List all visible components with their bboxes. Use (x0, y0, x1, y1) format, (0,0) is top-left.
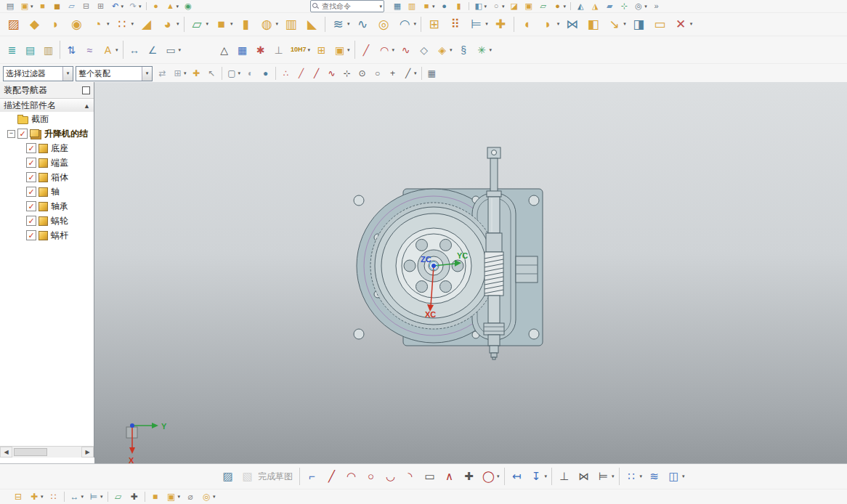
cube-b-icon[interactable]: ▣▾ (163, 490, 183, 503)
dropdown-arrow-icon[interactable]: ▾ (640, 473, 643, 479)
scroll-left-icon[interactable]: ◀ (0, 447, 12, 458)
surface-icon[interactable]: ◠▾ (394, 14, 419, 35)
wave-geometry-icon[interactable]: ≈ (81, 37, 99, 62)
dropdown-arrow-icon[interactable]: ▾ (485, 21, 488, 27)
shaded-view-icon[interactable]: ◧▾ (471, 1, 490, 12)
pattern-curve-icon[interactable]: ∷▾ (622, 465, 645, 487)
dropdown-arrow-icon[interactable]: ▾ (81, 494, 84, 500)
studio-spline-icon[interactable]: ∿ (397, 37, 415, 62)
dropdown-arrow-icon[interactable]: ▾ (414, 70, 417, 76)
cad-model[interactable] (354, 147, 543, 359)
dropdown-arrow-icon[interactable]: ▾ (612, 473, 615, 479)
scrollbar-thumb[interactable] (14, 448, 47, 456)
interpart-copy-icon[interactable]: ⇄ (155, 65, 170, 82)
dropdown-arrow-icon[interactable]: ▾ (115, 47, 118, 53)
component-checkbox[interactable]: ✓ (17, 129, 28, 139)
lasso-icon[interactable]: ◇ (415, 37, 433, 62)
arc-3point-icon[interactable]: ◡ (381, 465, 400, 487)
assembly-navigator-toggle-icon[interactable]: ⊟ (10, 490, 26, 503)
note-annotation-icon[interactable]: ▭▾ (162, 37, 184, 62)
scrollbar-track[interactable] (12, 447, 81, 458)
find-measure-icon[interactable]: ◎▾ (631, 1, 649, 12)
more-tools-icon[interactable]: » (649, 1, 664, 12)
scale-body-icon[interactable]: ↘▾ (604, 14, 628, 35)
sphere-gray-icon[interactable]: ◐ (243, 65, 258, 82)
edge-blend-icon[interactable]: ◕▾ (157, 14, 182, 35)
redo-icon[interactable]: ↷▾ (126, 1, 144, 12)
datum-triangle-icon[interactable]: △ (215, 37, 233, 62)
dropdown-arrow-icon[interactable]: ▾ (347, 21, 350, 27)
sweep-along-guide-icon[interactable]: ∿ (352, 14, 373, 35)
washer-tool-icon[interactable]: ◎▾ (198, 490, 218, 503)
plus-gold-icon[interactable]: ✚ (189, 65, 204, 82)
command-search-input[interactable] (320, 1, 378, 11)
mirror-curve-icon[interactable]: ◫▾ (664, 465, 687, 487)
dropdown-arrow-icon[interactable]: ▾ (392, 47, 395, 53)
component-checkbox[interactable]: ✓ (26, 216, 36, 226)
sketch-line-icon[interactable]: ╱ (357, 37, 376, 62)
offset-curve-icon[interactable]: ≋ (644, 465, 664, 487)
through-curves-icon[interactable]: ≋▾ (328, 14, 352, 35)
cube-shaded-icon[interactable]: ◼ (50, 1, 65, 12)
graphics-viewport[interactable]: ZC YC XC Y X (94, 82, 847, 463)
replace-face-icon[interactable]: ▭ (649, 14, 670, 35)
dropdown-arrow-icon[interactable]: ▾ (276, 21, 279, 27)
dropdown-arrow-icon[interactable]: ▾ (179, 47, 182, 53)
text-feature-icon[interactable]: A▾ (99, 37, 121, 62)
dropdown-arrow-icon[interactable]: ▾ (121, 4, 124, 9)
component-checkbox[interactable]: ✓ (26, 201, 36, 211)
selection-scope-combo[interactable]: 整个装配 ▾ (76, 66, 153, 81)
cube-pair-gold-icon[interactable]: ⊞ (312, 37, 331, 62)
feature-star-icon[interactable]: ✱ (251, 37, 270, 62)
component-checkbox[interactable]: ✓ (26, 143, 36, 153)
dropdown-arrow-icon[interactable]: ▾ (490, 47, 493, 53)
styled-blend-icon[interactable]: ◗▾ (538, 14, 562, 35)
snap-circle-icon[interactable]: ○ (370, 65, 385, 82)
dropdown-arrow-icon[interactable]: ▾ (100, 494, 103, 500)
offset-surface-icon[interactable]: ◨ (628, 14, 649, 35)
dropdown-arrow-icon[interactable]: ▾ (177, 21, 179, 27)
boolean-ops-icon[interactable]: ◍▾ (256, 14, 281, 35)
dropdown-arrow-icon[interactable]: ▾ (502, 4, 505, 9)
grid-snap-icon[interactable]: ▦ (424, 65, 439, 82)
trim-view-icon[interactable]: ◭ (573, 1, 588, 12)
window-split-icon[interactable]: ▤ (3, 1, 17, 12)
layer-stack-icon[interactable]: ≣ (3, 37, 21, 62)
dropdown-arrow-icon[interactable]: ▾ (238, 70, 241, 76)
tree-column-header[interactable]: 描述性部件名 ▲ (0, 99, 94, 113)
direct-sketch-icon[interactable]: ▨ (3, 14, 24, 35)
tree-item[interactable]: ✓蜗杆 (0, 228, 94, 243)
datum-plane-3-icon[interactable]: ▱ (110, 490, 126, 503)
view-triad[interactable]: Y X (126, 422, 167, 463)
wireframe-view-icon[interactable]: ○▾ (489, 1, 507, 12)
paste-icon[interactable]: ⊞ (94, 1, 108, 12)
auto-constrain-icon[interactable]: ⊨▾ (593, 465, 617, 487)
fillet-corner-icon[interactable]: ◝ (400, 465, 420, 487)
draft-icon[interactable]: ◣ (301, 14, 323, 35)
circle-icon[interactable]: ○ (361, 465, 381, 487)
paste-component-icon[interactable]: ⊞▾ (170, 65, 189, 82)
rectangle-icon[interactable]: ▭ (420, 465, 439, 487)
tree-item[interactable]: ✓底座 (0, 141, 94, 155)
selection-filter-combo[interactable]: 选择过滤器 ▾ (3, 66, 73, 81)
component-checkbox[interactable]: ✓ (26, 158, 36, 168)
point-tool-icon[interactable]: ✚ (126, 490, 142, 503)
dropdown-arrow-icon[interactable]: ▾ (213, 494, 216, 500)
shell-icon[interactable]: ▥ (280, 14, 301, 35)
bolt-tool-icon[interactable]: ⌀ (182, 490, 198, 503)
snap-endpoint-icon[interactable]: ╱ (293, 65, 309, 82)
move-component-2-icon[interactable]: ↔▾ (67, 490, 86, 503)
dropdown-arrow-icon[interactable]: ▾ (682, 473, 685, 479)
dropdown-arrow-icon[interactable]: ▾ (564, 4, 567, 9)
dropdown-arrow-icon[interactable]: ▾ (557, 21, 560, 27)
tree-item[interactable]: ✓蜗轮 (0, 214, 94, 228)
cone-tool-icon[interactable]: ▲▾ (163, 1, 182, 12)
pages-icon[interactable]: ▥ (39, 37, 57, 62)
dropdown-arrow-icon[interactable]: ▾ (432, 4, 435, 9)
cylinder-primitive-icon[interactable]: ▮ (235, 14, 256, 35)
half-section-view-icon[interactable]: ◪ (507, 1, 522, 12)
dropdown-arrow-icon[interactable]: ▾ (380, 4, 383, 9)
dimension-angular-icon[interactable]: ∠ (144, 37, 162, 62)
datum-axis-icon[interactable]: ⊹ (617, 1, 631, 12)
sketch-task-icon[interactable]: ▨ (218, 465, 238, 487)
